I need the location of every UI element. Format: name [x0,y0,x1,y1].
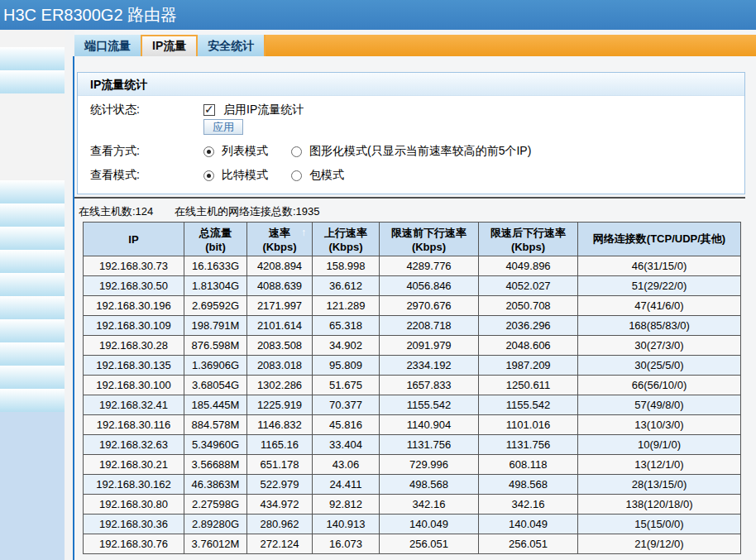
sort-ascending-icon: ↑ [301,227,306,238]
enable-ip-stats-checkbox[interactable] [203,104,215,116]
cell: 185.445M [184,395,247,415]
view-mode-row: 查看模式: 比特模式 包模式 [90,167,744,184]
table-row: 192.168.30.116884.578M1146.83245.8161140… [84,415,741,435]
cell: 2970.676 [380,296,479,316]
cell: 1101.016 [479,415,578,435]
radio-icon[interactable] [291,170,302,181]
cell: 16.073 [313,534,380,554]
column-header[interactable]: 限速前下行速率(Kbps) [380,223,479,256]
sidebar-menu-item[interactable] [0,70,65,93]
radio-option[interactable]: 比特模式 [203,168,289,183]
cell: 92.812 [313,495,380,515]
sidebar-menu-item[interactable] [0,47,65,70]
column-header[interactable]: 限速后下行速率(Kbps) [479,223,578,256]
table-row: 192.168.30.802.27598G434.97292.812342.16… [84,495,741,515]
cell: 21(9/12/0) [578,534,741,554]
cell: 342.16 [380,495,479,515]
table-row: 192.168.30.109198.791M2101.61465.3182208… [84,316,741,336]
radio-icon[interactable] [203,170,214,181]
column-header[interactable]: 总流量(bit) [184,223,247,256]
cell: 66(56/10/0) [578,376,741,395]
cell: 2083.018 [247,356,313,376]
cell: 192.168.30.76 [84,534,184,554]
sidebar-menu-item[interactable] [0,273,65,296]
radio-option-label: 比特模式 [222,168,268,183]
view-way-radio-group: 列表模式 图形化模式(只显示当前速率较高的前5个IP) [203,144,533,159]
radio-option[interactable]: 包模式 [291,168,377,183]
radio-option[interactable]: 图形化模式(只显示当前速率较高的前5个IP) [291,144,531,159]
enable-ip-stats-label: 启用IP流量统计 [223,103,304,117]
sidebar-nav [0,30,65,560]
cell: 2.89280G [184,515,247,534]
cell: 2048.606 [479,336,578,356]
tab-IP流量[interactable]: IP流量 [142,35,198,56]
table-row: 192.168.30.16246.3863M522.97924.411498.5… [84,475,741,495]
cell: 498.568 [479,475,578,495]
cell: 46.3863M [184,475,247,495]
table-row: 192.168.30.1351.36906G2083.01895.8092334… [84,356,741,376]
cell: 2334.192 [380,356,479,376]
cell: 43.06 [313,455,380,475]
cell: 4056.846 [380,276,479,296]
cell: 876.598M [184,336,247,356]
cell: 192.168.30.50 [84,276,184,296]
tab-bar-orange-fill [266,35,756,56]
table-row: 192.168.32.635.34960G1165.1633.4041131.7… [84,435,741,455]
cell: 192.168.30.36 [84,515,184,534]
panel-title: IP流量统计 [78,73,744,96]
sidebar-menu-item[interactable] [0,203,65,227]
cell: 192.168.30.109 [84,316,184,336]
table-row: 192.168.30.362.89280G280.962140.913140.0… [84,515,741,534]
cell: 3.76012M [184,534,247,554]
column-header[interactable]: 网络连接数(TCP/UDP/其他) [578,223,741,256]
cell: 45.816 [313,415,380,435]
column-header[interactable]: 速率(Kbps)↑ [247,223,313,256]
table-header-row: IP总流量(bit)速率(Kbps)↑上行速率(Kbps)限速前下行速率(Kbp… [84,223,741,256]
cell: 280.962 [247,515,313,534]
sidebar-menu-item[interactable] [0,389,65,412]
cell: 30(25/5/0) [578,356,741,376]
cell: 1225.919 [247,395,313,415]
table-row: 192.168.30.7316.1633G4208.894158.9984289… [84,256,741,276]
cell: 256.051 [380,534,479,554]
cell: 4088.639 [247,276,313,296]
cell: 434.972 [247,495,313,515]
radio-option-label: 图形化模式(只显示当前速率较高的前5个IP) [309,144,531,159]
sidebar-menu-item[interactable] [0,227,65,250]
sidebar-menu-item[interactable] [0,319,65,342]
cell: 192.168.30.196 [84,296,184,316]
cell: 651.178 [247,455,313,475]
tab-端口流量[interactable]: 端口流量 [74,35,142,56]
cell: 158.998 [313,256,380,276]
sidebar-menu-item[interactable] [0,296,65,319]
status-line: 在线主机数:124 在线主机的网络连接总数:1935 [79,204,756,216]
tab-安全统计[interactable]: 安全统计 [198,35,266,56]
cell: 1165.16 [247,435,313,455]
sidebar-menu-item[interactable] [0,180,65,203]
cell: 192.168.30.73 [84,256,184,276]
radio-icon[interactable] [291,146,302,157]
cell: 192.168.30.80 [84,495,184,515]
radio-icon[interactable] [203,146,214,157]
sidebar-menu-item[interactable] [0,342,65,366]
cell: 34.902 [313,336,380,356]
cell: 140.913 [313,515,380,534]
cell: 192.168.30.162 [84,475,184,495]
table-row: 192.168.30.28876.598M2083.50834.9022091.… [84,336,741,356]
cell: 95.809 [313,356,380,376]
column-header[interactable]: IP [84,223,184,256]
cell: 256.051 [479,534,578,554]
sidebar-menu-item[interactable] [0,250,65,273]
column-header[interactable]: 上行速率(Kbps) [313,223,380,256]
apply-button[interactable]: 应用 [203,119,243,135]
panel-body: 统计状态: 启用IP流量统计 应用 查看方式: 列表模式 图形化模式(只显示当前… [78,96,744,194]
apply-row: 应用 [90,119,744,135]
cell: 30(27/3/0) [578,336,741,356]
app-title-bar: H3C ER8300G2 路由器 [0,0,756,30]
view-way-row: 查看方式: 列表模式 图形化模式(只显示当前速率较高的前5个IP) [90,143,744,160]
cell: 192.168.30.28 [84,336,184,356]
sidebar-menu-item[interactable] [0,366,65,389]
radio-option[interactable]: 列表模式 [203,144,289,159]
stats-status-label: 统计状态: [90,103,203,117]
cell: 4289.776 [380,256,479,276]
